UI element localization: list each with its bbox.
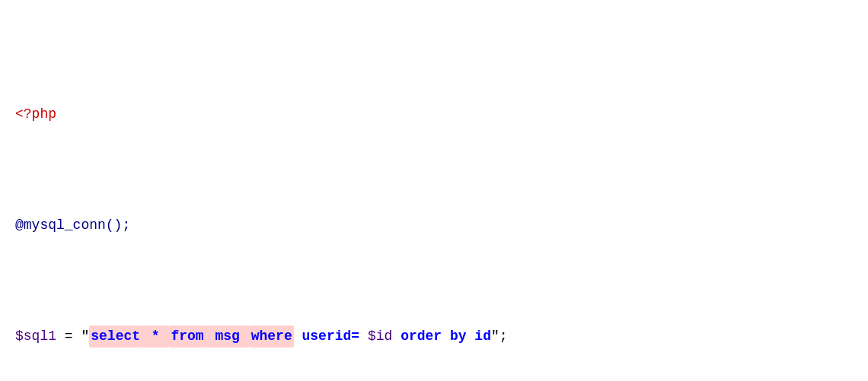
id-var-inline: $id <box>368 325 392 348</box>
quote-open: " <box>81 325 89 348</box>
mysql-conn-call: @mysql_conn(); <box>15 214 130 237</box>
string-msg: msg <box>206 325 250 348</box>
select-keyword: select <box>89 325 142 348</box>
code-line-3: $sql1 = "select * from msg where userid=… <box>15 325 853 348</box>
code-line-2: @mysql_conn(); <box>15 214 853 237</box>
sql1-var: $sql1 <box>15 325 56 348</box>
quote-close: "; <box>491 325 508 348</box>
from-keyword: from <box>169 325 205 348</box>
code-line-1: <?php <box>15 103 853 126</box>
string-order: order by id <box>392 325 491 348</box>
string-star: * <box>142 325 169 348</box>
string-userid: userid= <box>294 325 368 348</box>
code-block: <?php @mysql_conn(); $sql1 = "select * f… <box>15 8 853 381</box>
equals-sign: = <box>56 325 81 348</box>
where-keyword: where <box>250 325 294 348</box>
php-open-tag: <?php <box>15 103 56 125</box>
